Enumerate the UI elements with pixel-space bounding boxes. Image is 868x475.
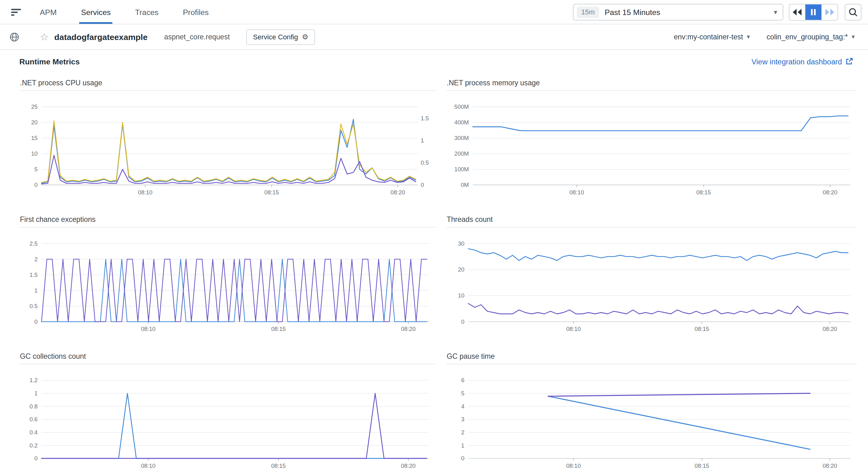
time-range-badge: 15m — [577, 6, 599, 17]
timeline-controls — [789, 4, 838, 20]
chart-panel-cpu: .NET process CPU usage 051015202500.511.… — [19, 74, 436, 199]
service-config-button[interactable]: Service Config ⚙ — [247, 29, 315, 45]
section-title: Runtime Metrics — [19, 57, 80, 66]
memory-usage-chart[interactable]: 0M100M200M300M400M500M08:1008:1508:20 — [446, 90, 857, 199]
integration-dashboard-link[interactable]: View integration dashboard — [751, 57, 853, 66]
svg-text:0M: 0M — [461, 182, 469, 188]
zoom-search-button[interactable] — [845, 4, 862, 20]
nav-menu-button[interactable] — [8, 0, 24, 24]
nav-item-apm[interactable]: APM — [28, 0, 69, 24]
chart-panel-gc-pause: GC pause time 012345608:1008:1508:20 — [446, 348, 857, 473]
svg-text:0: 0 — [34, 455, 37, 462]
gear-icon: ⚙ — [302, 33, 308, 41]
web-service-globe-icon — [9, 32, 19, 42]
svg-text:0.6: 0.6 — [30, 416, 38, 422]
svg-text:1: 1 — [421, 137, 424, 144]
rewind-icon — [792, 7, 803, 16]
threads-count-chart[interactable]: 010203008:1008:1508:20 — [446, 227, 857, 335]
svg-text:0.4: 0.4 — [30, 429, 38, 436]
runtime-metrics-header: Runtime Metrics View integration dashboa… — [0, 50, 868, 73]
svg-text:08:20: 08:20 — [823, 326, 837, 332]
gc-pause-time-chart[interactable]: 012345608:1008:1508:20 — [446, 364, 857, 472]
svg-text:100M: 100M — [454, 166, 469, 173]
svg-text:08:15: 08:15 — [264, 189, 279, 196]
svg-text:25: 25 — [31, 103, 38, 110]
svg-text:0: 0 — [421, 182, 424, 188]
runtime-metrics-grid: .NET process CPU usage 051015202500.511.… — [19, 74, 857, 472]
svg-text:08:20: 08:20 — [401, 326, 416, 332]
svg-text:200M: 200M — [454, 150, 469, 157]
chart-title: .NET process CPU usage — [20, 79, 436, 87]
chart-panel-threads: Threads count 010203008:1008:1508:20 — [446, 211, 857, 336]
chart-title: GC pause time — [447, 352, 857, 361]
chart-title: First chance exceptions — [20, 215, 436, 224]
fast-forward-button[interactable] — [822, 4, 837, 20]
svg-text:08:10: 08:10 — [138, 189, 153, 196]
svg-text:08:10: 08:10 — [141, 463, 156, 469]
svg-text:10: 10 — [31, 150, 38, 157]
service-name: datadogfargateexample — [54, 32, 148, 41]
time-range-label: Past 15 Minutes — [604, 7, 660, 16]
pause-button[interactable] — [806, 4, 822, 20]
menu-filter-icon — [10, 6, 22, 17]
apm-tabs: APM Services Traces Profiles — [28, 0, 221, 24]
svg-text:1.5: 1.5 — [30, 272, 38, 278]
svg-text:1: 1 — [34, 287, 37, 294]
svg-text:20: 20 — [31, 119, 38, 126]
svg-text:08:15: 08:15 — [271, 326, 286, 332]
svg-text:08:20: 08:20 — [823, 463, 837, 469]
grouping-filter-label: colin_env_grouping_tag:* — [767, 33, 848, 41]
env-filter-dropdown[interactable]: env:my-container-test ▾ — [674, 33, 750, 41]
tab-services[interactable]: Services — [69, 0, 123, 24]
svg-text:08:10: 08:10 — [566, 463, 581, 469]
svg-text:0.2: 0.2 — [30, 442, 38, 449]
topnav-right-controls: 15m Past 15 Minutes ▾ — [573, 0, 862, 24]
chart-title: .NET process memory usage — [447, 79, 857, 87]
rewind-button[interactable] — [789, 4, 805, 20]
svg-text:08:20: 08:20 — [401, 463, 416, 469]
svg-text:0: 0 — [34, 182, 37, 188]
tab-traces[interactable]: Traces — [123, 0, 170, 24]
grouping-filter-dropdown[interactable]: colin_env_grouping_tag:* ▾ — [767, 33, 855, 41]
svg-text:08:15: 08:15 — [696, 189, 711, 196]
fast-forward-icon — [824, 7, 835, 16]
svg-text:1: 1 — [461, 442, 464, 449]
gc-collections-chart[interactable]: 00.20.40.60.811.208:1008:1508:20 — [19, 364, 436, 472]
top-navigation: APM Services Traces Profiles 15m Past 15… — [0, 0, 868, 24]
svg-text:0.5: 0.5 — [30, 303, 38, 309]
svg-text:30: 30 — [458, 240, 465, 247]
svg-text:08:15: 08:15 — [271, 463, 286, 469]
svg-text:1: 1 — [34, 390, 37, 396]
svg-text:400M: 400M — [454, 119, 469, 126]
env-filter-label: env:my-container-test — [674, 33, 743, 41]
external-link-icon — [845, 58, 853, 65]
chart-panel-memory: .NET process memory usage 0M100M200M300M… — [446, 74, 857, 199]
svg-text:0: 0 — [34, 319, 37, 325]
svg-text:08:15: 08:15 — [694, 326, 709, 332]
apm-service-page: APM Services Traces Profiles 15m Past 15… — [0, 0, 868, 475]
cpu-usage-chart[interactable]: 051015202500.511.508:1008:1508:20 — [19, 90, 436, 199]
svg-text:5: 5 — [34, 166, 37, 173]
svg-text:300M: 300M — [454, 135, 469, 141]
svg-text:1.5: 1.5 — [421, 115, 429, 122]
chart-panel-exceptions: First chance exceptions 00.511.522.508:1… — [19, 211, 436, 336]
time-range-picker[interactable]: 15m Past 15 Minutes ▾ — [573, 4, 783, 20]
svg-text:2: 2 — [34, 256, 37, 263]
svg-text:500M: 500M — [454, 103, 469, 110]
favorite-star-icon[interactable]: ☆ — [40, 32, 49, 42]
svg-text:08:15: 08:15 — [694, 463, 709, 469]
tab-profiles[interactable]: Profiles — [170, 0, 221, 24]
operation-name: aspnet_core.request — [164, 33, 230, 41]
svg-text:3: 3 — [461, 416, 464, 422]
chart-title: Threads count — [447, 215, 857, 224]
pause-icon — [809, 8, 817, 16]
first-chance-exceptions-chart[interactable]: 00.511.522.508:1008:1508:20 — [19, 227, 436, 335]
svg-text:15: 15 — [31, 135, 38, 141]
svg-text:2: 2 — [461, 429, 464, 436]
chevron-down-icon: ▾ — [747, 33, 750, 40]
svg-text:08:20: 08:20 — [391, 189, 405, 196]
service-header: ☆ datadogfargateexample aspnet_core.requ… — [0, 24, 868, 50]
search-icon — [848, 7, 858, 17]
svg-text:08:20: 08:20 — [823, 189, 837, 196]
svg-text:4: 4 — [461, 403, 464, 410]
